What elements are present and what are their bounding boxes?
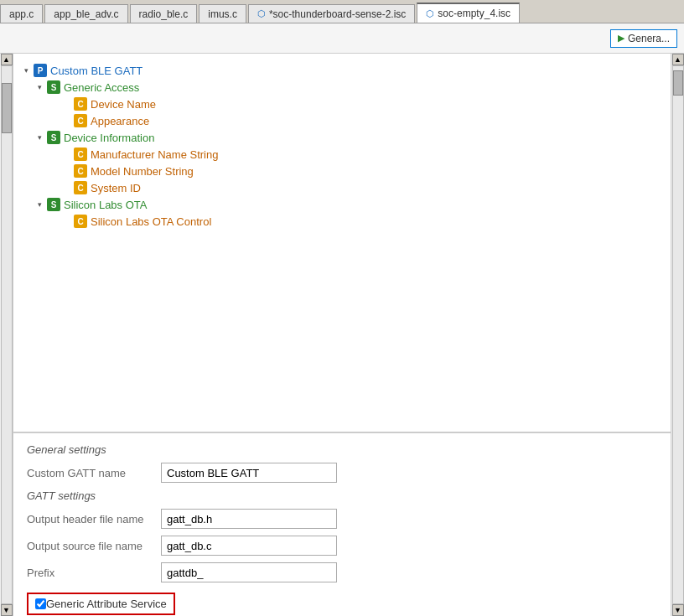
- tree-device-name-label: Device Name: [91, 98, 156, 111]
- output-header-input[interactable]: [161, 509, 337, 529]
- expand-ota-icon: ▾: [34, 199, 45, 210]
- prefix-input[interactable]: [161, 562, 337, 582]
- tree-generic-access[interactable]: ▾ S Generic Access: [20, 79, 664, 96]
- ble-icon-empty: ⬡: [426, 8, 434, 19]
- tab-thunderboard-label: *soc-thunderboard-sense-2.isc: [269, 8, 406, 20]
- tree-panel: ▾ P Custom BLE GATT ▾ S Generic Access C…: [13, 54, 671, 432]
- generate-label: Genera...: [628, 33, 670, 44]
- custom-gatt-row: Custom GATT name: [27, 463, 657, 483]
- tree-system-id[interactable]: C System ID: [20, 179, 664, 196]
- tree-generic-access-label: Generic Access: [64, 81, 139, 94]
- tab-soc-thunderboard[interactable]: ⬡ *soc-thunderboard-sense-2.isc: [248, 4, 415, 23]
- tree-model-number[interactable]: C Model Number String: [20, 163, 664, 179]
- app-container: app.c app_ble_adv.c radio_ble.c imus.c ⬡…: [0, 0, 684, 616]
- tab-app-c[interactable]: app.c: [0, 4, 43, 23]
- output-header-label: Output header file name: [27, 513, 161, 525]
- custom-gatt-label: Custom GATT name: [27, 467, 161, 479]
- output-source-label: Output source file name: [27, 540, 161, 552]
- badge-c-mfr: C: [74, 148, 87, 161]
- ble-icon-thunderboard: ⬡: [257, 8, 266, 19]
- badge-c-model: C: [74, 164, 87, 178]
- gatt-settings-title: GATT settings: [27, 489, 657, 502]
- custom-gatt-input[interactable]: [161, 463, 337, 483]
- badge-s-generic-access: S: [47, 80, 60, 94]
- generic-attr-checkbox[interactable]: [35, 598, 46, 609]
- tree-manufacturer-name[interactable]: C Manufacturer Name String: [20, 146, 664, 163]
- tree-device-info-label: Device Information: [64, 132, 154, 144]
- tab-app-c-label: app.c: [9, 8, 34, 20]
- tab-empty-label: soc-empty_4.isc: [438, 8, 510, 19]
- generic-attr-service-row: Generic Attribute Service: [27, 593, 175, 615]
- expand-appearance-icon: [60, 115, 72, 127]
- expand-system-id-icon: [60, 182, 72, 194]
- content-area: ▾ P Custom BLE GATT ▾ S Generic Access C…: [13, 54, 671, 616]
- tree-ota-control[interactable]: C Silicon Labs OTA Control: [20, 213, 664, 230]
- expand-mfr-icon: [60, 148, 72, 160]
- right-scrollbar[interactable]: ▲ ▼: [671, 54, 684, 616]
- tree-root-label: Custom BLE GATT: [50, 65, 142, 77]
- left-scrollbar[interactable]: ▲ ▼: [0, 54, 13, 616]
- prefix-label: Prefix: [27, 567, 161, 579]
- output-source-input[interactable]: [161, 536, 337, 556]
- tab-soc-empty[interactable]: ⬡ soc-empty_4.isc: [417, 3, 520, 23]
- prefix-row: Prefix: [27, 562, 657, 582]
- play-icon: ▶: [618, 33, 624, 44]
- tab-radio-ble-label: radio_ble.c: [139, 8, 189, 20]
- badge-p-root: P: [34, 64, 47, 77]
- output-source-row: Output source file name: [27, 536, 657, 556]
- badge-s-device-info: S: [47, 131, 60, 144]
- tab-imus-c[interactable]: imus.c: [199, 4, 246, 23]
- expand-root-icon: ▾: [20, 65, 32, 76]
- scroll-down-arrow[interactable]: ▼: [1, 604, 13, 616]
- tree-silicon-labs-ota-label: Silicon Labs OTA: [64, 199, 147, 211]
- tree-root[interactable]: ▾ P Custom BLE GATT: [20, 62, 664, 79]
- expand-device-info-icon: ▾: [34, 132, 45, 143]
- expand-device-name-icon: [60, 98, 72, 110]
- tree-silicon-labs-ota[interactable]: ▾ S Silicon Labs OTA: [20, 196, 664, 213]
- generic-attr-label[interactable]: Generic Attribute Service: [46, 598, 167, 610]
- right-scroll-thumb[interactable]: [673, 70, 683, 96]
- right-scroll-down-arrow[interactable]: ▼: [672, 604, 684, 616]
- tree-device-name[interactable]: C Device Name: [20, 96, 664, 112]
- tab-radio-ble-c[interactable]: radio_ble.c: [130, 4, 198, 23]
- badge-c-device-name: C: [74, 97, 87, 111]
- output-header-row: Output header file name: [27, 509, 657, 529]
- expand-ota-control-icon: [60, 215, 72, 227]
- expand-generic-access-icon: ▾: [34, 81, 45, 93]
- tree-model-number-label: Model Number String: [91, 165, 194, 178]
- main-content: ▲ ▼ ▾ P Custom BLE GATT ▾ S Gener: [0, 54, 684, 616]
- badge-s-ota: S: [47, 198, 60, 211]
- right-scroll-track[interactable]: [672, 65, 684, 604]
- badge-c-system-id: C: [74, 181, 87, 194]
- badge-c-ota-control: C: [74, 215, 87, 228]
- general-settings-title: General settings: [27, 443, 657, 456]
- tree-ota-control-label: Silicon Labs OTA Control: [91, 215, 211, 228]
- badge-c-appearance: C: [74, 114, 87, 127]
- scroll-track[interactable]: [1, 65, 13, 604]
- tree-device-info[interactable]: ▾ S Device Information: [20, 129, 664, 146]
- tab-app-ble-adv-label: app_ble_adv.c: [54, 8, 118, 20]
- scroll-thumb[interactable]: [2, 83, 12, 133]
- expand-model-icon: [60, 165, 72, 177]
- tree-system-id-label: System ID: [91, 182, 141, 194]
- tree-appearance-label: Appearance: [91, 115, 149, 127]
- tree-manufacturer-name-label: Manufacturer Name String: [91, 148, 218, 161]
- right-scroll-up-arrow[interactable]: ▲: [672, 54, 684, 65]
- generate-button[interactable]: ▶ Genera...: [610, 29, 677, 48]
- tab-app-ble-adv-c[interactable]: app_ble_adv.c: [44, 4, 127, 23]
- tab-imus-label: imus.c: [208, 8, 237, 20]
- toolbar: ▶ Genera...: [0, 23, 684, 54]
- scroll-up-arrow[interactable]: ▲: [1, 54, 13, 65]
- tree-appearance[interactable]: C Appearance: [20, 112, 664, 129]
- settings-panel: General settings Custom GATT name GATT s…: [13, 432, 671, 616]
- tab-bar: app.c app_ble_adv.c radio_ble.c imus.c ⬡…: [0, 0, 684, 23]
